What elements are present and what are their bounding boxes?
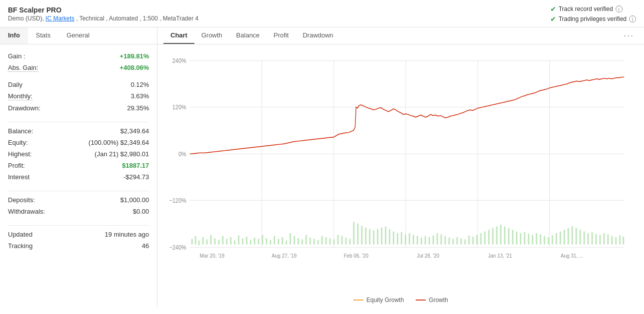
svg-rect-77	[409, 233, 410, 245]
svg-rect-45	[282, 237, 283, 245]
label-deposits: Deposits:	[8, 196, 35, 204]
svg-rect-41	[266, 238, 267, 244]
svg-rect-87	[449, 238, 450, 245]
svg-rect-36	[246, 237, 247, 245]
tab-chart[interactable]: Chart	[163, 27, 194, 44]
svg-rect-78	[413, 235, 414, 244]
svg-rect-50	[302, 240, 303, 245]
svg-rect-43	[274, 236, 275, 245]
row-deposits: Deposits: $1,000.00	[8, 194, 149, 206]
svg-rect-103	[512, 230, 513, 244]
svg-rect-129	[615, 237, 617, 245]
svg-rect-49	[298, 238, 299, 244]
svg-rect-61	[345, 238, 346, 245]
tab-profit[interactable]: Profit	[267, 27, 296, 44]
svg-rect-65	[361, 226, 362, 244]
svg-rect-126	[603, 233, 605, 245]
svg-rect-79	[417, 236, 418, 245]
svg-rect-121	[583, 232, 585, 245]
svg-rect-114	[556, 233, 557, 245]
legend-line-red	[416, 300, 426, 301]
chart-area: 240% 120% 0% −120% −240% Mar 20, '19 Aug…	[158, 44, 644, 293]
right-panel: Chart Growth Balance Profit Drawdown ···	[158, 27, 644, 308]
svg-rect-104	[516, 232, 517, 245]
label-abs-gain: Abs. Gain:	[8, 64, 38, 72]
svg-rect-86	[445, 236, 446, 245]
verified-track-label: Track record verified	[559, 5, 613, 12]
svg-rect-57	[329, 238, 331, 244]
tab-info[interactable]: Info	[0, 27, 28, 44]
svg-rect-84	[437, 233, 438, 245]
svg-rect-92	[468, 236, 470, 245]
svg-rect-108	[532, 235, 533, 244]
svg-rect-93	[472, 237, 474, 245]
svg-rect-96	[484, 232, 485, 245]
svg-text:Jul 28, '20: Jul 28, '20	[417, 252, 439, 259]
svg-rect-111	[544, 236, 545, 245]
tab-balance[interactable]: Balance	[229, 27, 267, 44]
svg-rect-70	[381, 228, 382, 245]
svg-rect-30	[222, 236, 224, 245]
value-abs-gain: +408.06%	[120, 64, 149, 71]
svg-rect-31	[226, 239, 227, 244]
svg-rect-117	[568, 228, 569, 245]
svg-rect-80	[421, 238, 422, 245]
svg-rect-105	[520, 233, 521, 245]
svg-rect-37	[250, 240, 251, 245]
svg-rect-38	[254, 238, 255, 245]
value-monthly: 3.63%	[131, 92, 149, 100]
value-updated: 19 minutes ago	[105, 231, 149, 238]
svg-rect-67	[369, 229, 370, 245]
svg-rect-48	[294, 236, 295, 245]
svg-rect-35	[242, 238, 243, 244]
svg-rect-47	[290, 233, 291, 245]
label-gain: Gain :	[8, 52, 25, 60]
legend-equity-growth: Equity Growth	[353, 297, 404, 304]
check-icon-1: ✔	[550, 5, 556, 13]
svg-rect-119	[576, 228, 577, 245]
svg-rect-52	[310, 238, 311, 245]
main-content: Info Stats General Gain : +189.81% Abs. …	[0, 27, 644, 308]
chart-legend: Equity Growth Growth	[158, 293, 644, 308]
chart-svg: 240% 120% 0% −120% −240% Mar 20, '19 Aug…	[162, 49, 639, 293]
tab-growth[interactable]: Growth	[194, 27, 229, 44]
svg-rect-42	[270, 240, 271, 245]
svg-rect-85	[441, 234, 442, 244]
info-icon-1[interactable]: i	[616, 5, 623, 12]
value-interest: -$294.73	[124, 173, 149, 181]
header-left: BF Scalper PRO Demo (USD), IC Markets , …	[8, 6, 198, 22]
info-icon-2[interactable]: i	[629, 15, 636, 22]
svg-rect-55	[322, 236, 323, 245]
svg-rect-26	[206, 240, 208, 245]
page-header: BF Scalper PRO Demo (USD), IC Markets , …	[0, 0, 644, 27]
label-daily: Daily	[8, 81, 22, 88]
row-withdrawals: Withdrawals: $0.00	[8, 206, 149, 217]
ic-markets-link[interactable]: IC Markets	[45, 15, 74, 22]
svg-rect-106	[524, 232, 525, 245]
svg-rect-46	[286, 241, 287, 245]
svg-text:Aug 27, '19: Aug 27, '19	[272, 252, 297, 259]
more-options-button[interactable]: ···	[620, 28, 638, 43]
row-balance: Balance: $2,349.64	[8, 125, 149, 137]
info-content: Gain : +189.81% Abs. Gain: +408.06% Dail…	[0, 44, 157, 308]
svg-rect-130	[619, 236, 621, 245]
svg-rect-53	[314, 239, 315, 244]
svg-rect-74	[397, 233, 398, 245]
svg-rect-23	[195, 236, 196, 245]
svg-rect-102	[508, 228, 509, 245]
label-equity: Equity:	[8, 139, 28, 146]
svg-rect-116	[564, 230, 565, 244]
svg-rect-125	[599, 235, 601, 244]
label-tracking: Tracking	[8, 242, 32, 250]
tab-drawdown[interactable]: Drawdown	[296, 27, 340, 44]
svg-rect-25	[202, 237, 204, 245]
tab-general[interactable]: General	[58, 27, 97, 44]
svg-text:Jan 13, '21: Jan 13, '21	[488, 252, 512, 259]
row-updated: Updated 19 minutes ago	[8, 229, 149, 240]
legend-growth: Growth	[416, 297, 448, 304]
label-drawdown: Drawdown:	[8, 104, 40, 112]
svg-rect-59	[337, 235, 339, 244]
svg-rect-113	[552, 236, 553, 245]
tab-stats[interactable]: Stats	[28, 27, 59, 44]
value-equity: (100.00%) $2,349.64	[89, 139, 149, 146]
